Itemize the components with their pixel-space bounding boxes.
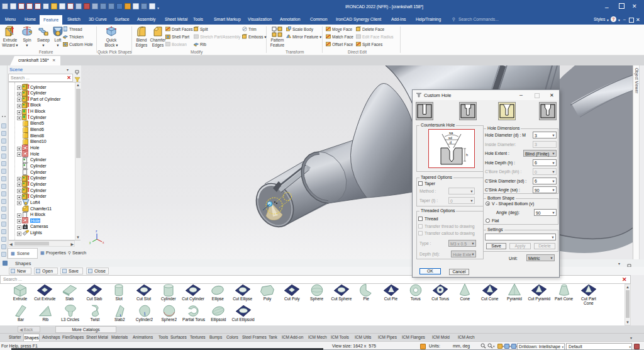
svg-text:sa: sa <box>449 131 453 135</box>
svg-text:h: h <box>466 153 468 157</box>
svg-text:d: d <box>450 140 452 144</box>
svg-text:sd: sd <box>448 136 452 140</box>
